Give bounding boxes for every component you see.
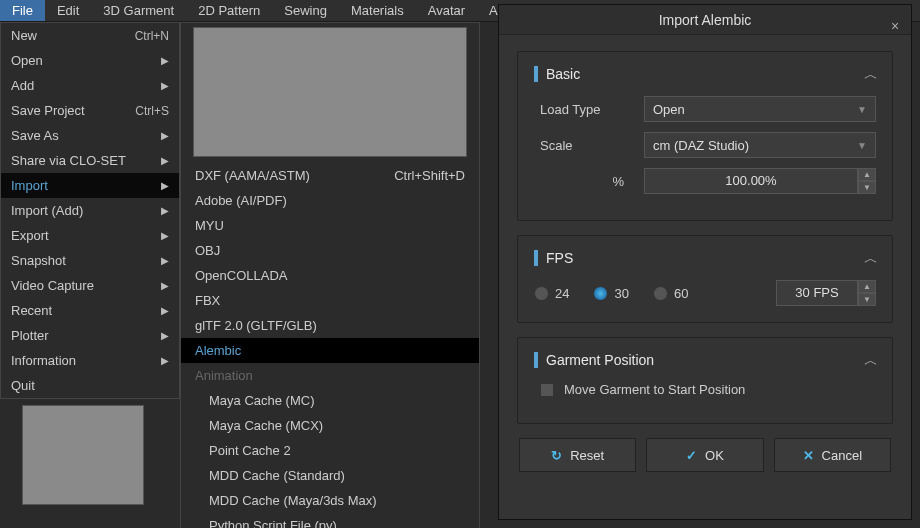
- file-menu-item-plotter[interactable]: Plotter▶: [1, 323, 179, 348]
- dialog-title: Import Alembic ×: [499, 5, 911, 35]
- file-menu-item-quit[interactable]: Quit: [1, 373, 179, 398]
- refresh-icon: ↻: [551, 448, 562, 463]
- chevron-up-icon[interactable]: ︿: [864, 352, 878, 370]
- menubar-item-2d-pattern[interactable]: 2D Pattern: [186, 0, 272, 21]
- chevron-down-icon: ▼: [857, 104, 867, 115]
- fps-radio-60[interactable]: 60: [653, 286, 688, 301]
- chevron-right-icon: ▶: [161, 155, 169, 166]
- chevron-up-icon[interactable]: ︿: [864, 250, 878, 268]
- menubar-item-materials[interactable]: Materials: [339, 0, 416, 21]
- basic-section: Basic ︿ Load Type Open▼ Scale cm (DAZ St…: [517, 51, 893, 221]
- chevron-right-icon: ▶: [161, 230, 169, 241]
- check-icon: ✓: [686, 448, 697, 463]
- radio-icon: [653, 286, 668, 301]
- submenu-item-maya-cache-mc-[interactable]: Maya Cache (MC): [181, 388, 479, 413]
- menubar-item-file[interactable]: File: [0, 0, 45, 21]
- chevron-right-icon: ▶: [161, 305, 169, 316]
- import-submenu: DXF (AAMA/ASTM)Ctrl+Shift+DAdobe (AI/PDF…: [180, 22, 480, 528]
- scale-label: Scale: [534, 138, 644, 153]
- chevron-down-icon[interactable]: ▼: [858, 293, 876, 306]
- load-type-label: Load Type: [534, 102, 644, 117]
- chevron-right-icon: ▶: [161, 205, 169, 216]
- chevron-right-icon: ▶: [161, 355, 169, 366]
- submenu-item-mdd-cache-standard-[interactable]: MDD Cache (Standard): [181, 463, 479, 488]
- submenu-item-gltf-2-0-gltf-glb-[interactable]: glTF 2.0 (GLTF/GLB): [181, 313, 479, 338]
- file-menu-item-recent[interactable]: Recent▶: [1, 298, 179, 323]
- submenu-item-dxf-aama-astm-[interactable]: DXF (AAMA/ASTM)Ctrl+Shift+D: [181, 163, 479, 188]
- submenu-item-point-cache-2[interactable]: Point Cache 2: [181, 438, 479, 463]
- file-menu-item-add[interactable]: Add▶: [1, 73, 179, 98]
- chevron-right-icon: ▶: [161, 255, 169, 266]
- submenu-item-alembic[interactable]: Alembic: [181, 338, 479, 363]
- ok-button[interactable]: ✓OK: [646, 438, 763, 472]
- fps-radio-30[interactable]: 30: [593, 286, 628, 301]
- menubar-item-avatar[interactable]: Avatar: [416, 0, 477, 21]
- submenu-item-fbx[interactable]: FBX: [181, 288, 479, 313]
- file-menu-item-video-capture[interactable]: Video Capture▶: [1, 273, 179, 298]
- file-menu-item-new[interactable]: NewCtrl+N: [1, 23, 179, 48]
- garment-section-title: Garment Position: [534, 352, 876, 368]
- menubar-item-3d-garment[interactable]: 3D Garment: [91, 0, 186, 21]
- file-menu-item-save-as[interactable]: Save As▶: [1, 123, 179, 148]
- file-menu-item-save-project[interactable]: Save ProjectCtrl+S: [1, 98, 179, 123]
- x-icon: ✕: [803, 448, 814, 463]
- fps-section-title: FPS: [534, 250, 876, 266]
- dialog-title-text: Import Alembic: [659, 12, 752, 28]
- file-menu-item-import-add-[interactable]: Import (Add)▶: [1, 198, 179, 223]
- move-garment-checkbox[interactable]: Move Garment to Start Position: [534, 382, 745, 397]
- fps-radio-24[interactable]: 24: [534, 286, 569, 301]
- chevron-down-icon: ▼: [857, 140, 867, 151]
- workspace-thumbnail: [22, 405, 144, 505]
- chevron-up-icon[interactable]: ▲: [858, 280, 876, 293]
- chevron-right-icon: ▶: [161, 130, 169, 141]
- submenu-item-myu[interactable]: MYU: [181, 213, 479, 238]
- load-type-select[interactable]: Open▼: [644, 96, 876, 122]
- submenu-item-mdd-cache-maya-3ds-max-[interactable]: MDD Cache (Maya/3ds Max): [181, 488, 479, 513]
- file-menu: NewCtrl+NOpen▶Add▶Save ProjectCtrl+SSave…: [0, 22, 180, 399]
- radio-icon: [534, 286, 549, 301]
- submenu-item-python-script-file-py-[interactable]: Python Script File (py): [181, 513, 479, 528]
- menubar-item-sewing[interactable]: Sewing: [272, 0, 339, 21]
- chevron-up-icon[interactable]: ▲: [858, 168, 876, 181]
- submenu-item-adobe-ai-pdf-[interactable]: Adobe (AI/PDF): [181, 188, 479, 213]
- menubar-item-edit[interactable]: Edit: [45, 0, 91, 21]
- percent-stepper[interactable]: ▲▼: [858, 168, 876, 194]
- import-alembic-dialog: Import Alembic × Basic ︿ Load Type Open▼…: [498, 4, 912, 520]
- chevron-right-icon: ▶: [161, 330, 169, 341]
- file-menu-item-open[interactable]: Open▶: [1, 48, 179, 73]
- file-menu-item-share-via-clo-set[interactable]: Share via CLO-SET▶: [1, 148, 179, 173]
- file-menu-item-export[interactable]: Export▶: [1, 223, 179, 248]
- submenu-item-obj[interactable]: OBJ: [181, 238, 479, 263]
- basic-section-title: Basic: [534, 66, 876, 82]
- chevron-down-icon[interactable]: ▼: [858, 181, 876, 194]
- chevron-up-icon[interactable]: ︿: [864, 66, 878, 84]
- scale-select[interactable]: cm (DAZ Studio)▼: [644, 132, 876, 158]
- viewport-preview: [193, 27, 467, 157]
- submenu-item-opencollada[interactable]: OpenCOLLADA: [181, 263, 479, 288]
- cancel-button[interactable]: ✕Cancel: [774, 438, 891, 472]
- file-menu-item-import[interactable]: Import▶: [1, 173, 179, 198]
- chevron-right-icon: ▶: [161, 280, 169, 291]
- submenu-item-animation: Animation: [181, 363, 479, 388]
- submenu-item-maya-cache-mcx-[interactable]: Maya Cache (MCX): [181, 413, 479, 438]
- chevron-right-icon: ▶: [161, 55, 169, 66]
- chevron-right-icon: ▶: [161, 180, 169, 191]
- radio-icon: [593, 286, 608, 301]
- checkbox-icon: [540, 383, 554, 397]
- fps-section: FPS ︿ 24306030 FPS▲▼: [517, 235, 893, 323]
- file-menu-item-information[interactable]: Information▶: [1, 348, 179, 373]
- close-icon[interactable]: ×: [887, 11, 903, 27]
- percent-input[interactable]: 100.00%: [644, 168, 858, 194]
- percent-label: %: [534, 174, 644, 189]
- file-menu-item-snapshot[interactable]: Snapshot▶: [1, 248, 179, 273]
- reset-button[interactable]: ↻Reset: [519, 438, 636, 472]
- fps-input[interactable]: 30 FPS: [776, 280, 858, 306]
- fps-stepper[interactable]: ▲▼: [858, 280, 876, 306]
- chevron-right-icon: ▶: [161, 80, 169, 91]
- garment-position-section: Garment Position ︿ Move Garment to Start…: [517, 337, 893, 424]
